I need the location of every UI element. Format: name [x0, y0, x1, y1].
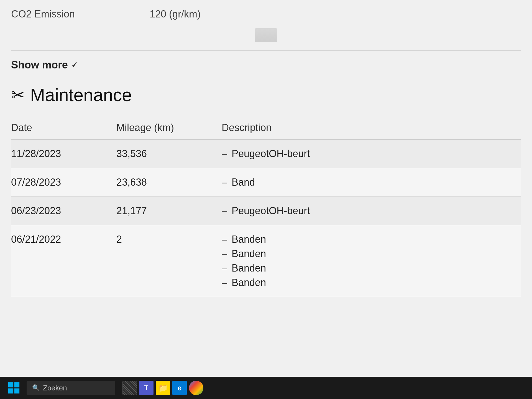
col-header-description: Description	[222, 116, 521, 139]
cell-mileage: 23,638	[116, 168, 222, 197]
cell-description: –Band	[222, 168, 521, 197]
cell-mileage: 2	[116, 225, 222, 297]
table-row: 07/28/202323,638–Band	[11, 168, 521, 197]
description-text: Banden	[232, 262, 266, 274]
cell-description: –Banden–Banden–Banden–Banden	[222, 225, 521, 297]
description-item: –PeugeotOH-beurt	[222, 148, 521, 160]
thumb-area	[11, 25, 521, 45]
search-icon: 🔍	[32, 384, 40, 392]
description-text: Banden	[232, 234, 266, 245]
search-bar[interactable]: 🔍 Zoeken	[27, 381, 115, 395]
co2-value: 120 (gr/km)	[150, 8, 201, 20]
main-content: CO2 Emission 120 (gr/km) Show more ✓ ✂ M…	[0, 0, 532, 377]
description-item: –Banden	[222, 277, 521, 288]
windows-icon	[8, 382, 20, 394]
cell-mileage: 33,536	[116, 139, 222, 168]
start-button[interactable]	[6, 380, 22, 396]
cell-mileage: 21,177	[116, 197, 222, 225]
dash-icon: –	[222, 248, 227, 260]
description-item: –Banden	[222, 234, 521, 245]
col-header-mileage: Mileage (km)	[116, 116, 222, 139]
search-input-label: Zoeken	[43, 384, 67, 392]
table-row: 11/28/202333,536–PeugeotOH-beurt	[11, 139, 521, 168]
description-text: Band	[232, 177, 255, 188]
description-item: –Band	[222, 177, 521, 188]
cell-date: 06/23/2023	[11, 197, 116, 225]
description-text: PeugeotOH-beurt	[232, 148, 310, 160]
desktop-button[interactable]	[122, 381, 137, 395]
show-more-button[interactable]: Show more ✓	[11, 51, 78, 76]
show-more-label: Show more	[11, 59, 68, 71]
edge-icon: e	[178, 384, 181, 392]
co2-row: CO2 Emission 120 (gr/km)	[11, 3, 521, 25]
description-item: –PeugeotOH-beurt	[222, 205, 521, 217]
top-section: CO2 Emission 120 (gr/km)	[11, 0, 521, 51]
table-header-row: Date Mileage (km) Description	[11, 116, 521, 139]
cell-description: –PeugeotOH-beurt	[222, 139, 521, 168]
taskbar: 🔍 Zoeken T 📁 e	[0, 377, 532, 399]
co2-label: CO2 Emission	[11, 8, 150, 20]
folder-icon: 📁	[158, 383, 168, 393]
dash-icon: –	[222, 148, 227, 160]
cell-description: –PeugeotOH-beurt	[222, 197, 521, 225]
thumbnail-image	[255, 28, 277, 42]
table-row: 06/21/20222–Banden–Banden–Banden–Banden	[11, 225, 521, 297]
description-text: Banden	[232, 248, 266, 260]
svg-rect-2	[8, 388, 13, 393]
description-item: –Banden	[222, 262, 521, 274]
dash-icon: –	[222, 177, 227, 188]
cell-date: 11/28/2023	[11, 139, 116, 168]
chevron-down-icon: ✓	[71, 60, 78, 70]
teams-icon: T	[144, 384, 149, 392]
edge-app-icon[interactable]: e	[172, 381, 187, 395]
maintenance-title: ✂ Maintenance	[11, 85, 521, 105]
table-row: 06/23/202321,177–PeugeotOH-beurt	[11, 197, 521, 225]
description-text: PeugeotOH-beurt	[232, 205, 310, 217]
maintenance-section: ✂ Maintenance Date Mileage (km) Descript…	[11, 76, 521, 297]
cell-date: 07/28/2023	[11, 168, 116, 197]
dash-icon: –	[222, 277, 227, 288]
desktop-icon	[123, 381, 137, 395]
col-header-date: Date	[11, 116, 116, 139]
dash-icon: –	[222, 205, 227, 217]
description-text: Banden	[232, 277, 266, 288]
svg-rect-3	[14, 388, 19, 393]
teams-app-icon[interactable]: T	[139, 381, 154, 395]
svg-rect-0	[8, 382, 13, 387]
taskbar-apps: T 📁 e	[122, 381, 203, 395]
wrench-icon: ✂	[11, 86, 25, 104]
maintenance-table: Date Mileage (km) Description 11/28/2023…	[11, 116, 521, 297]
maintenance-heading: Maintenance	[30, 85, 132, 105]
dash-icon: –	[222, 234, 227, 245]
description-item: –Banden	[222, 248, 521, 260]
files-app-icon[interactable]: 📁	[156, 381, 170, 395]
chrome-app-icon[interactable]	[189, 381, 203, 395]
dash-icon: –	[222, 262, 227, 274]
svg-rect-1	[14, 382, 19, 387]
cell-date: 06/21/2022	[11, 225, 116, 297]
